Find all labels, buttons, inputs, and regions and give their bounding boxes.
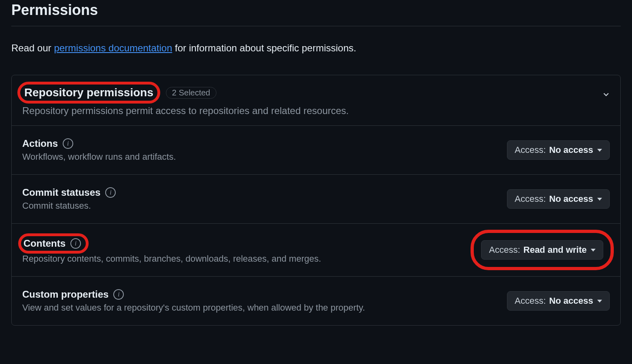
- permission-row-custom-properties: Custom properties i View and set values …: [12, 277, 620, 325]
- annotation-ring: Access: Read and write: [471, 230, 614, 270]
- access-value: Read and write: [524, 245, 587, 255]
- permission-row-commit-statuses: Commit statuses i Commit statuses. Acces…: [12, 175, 620, 224]
- permission-description: Commit statuses.: [22, 201, 116, 211]
- caret-down-icon: [597, 198, 602, 201]
- info-icon[interactable]: i: [113, 289, 124, 300]
- chevron-down-icon[interactable]: [602, 84, 610, 100]
- intro-text: Read our permissions documentation for i…: [11, 42, 621, 54]
- info-icon[interactable]: i: [63, 138, 73, 149]
- permission-description: View and set values for a repository's c…: [22, 303, 365, 313]
- info-icon[interactable]: i: [105, 187, 116, 198]
- permissions-doc-link[interactable]: permissions documentation: [54, 42, 172, 53]
- access-label: Access:: [515, 296, 546, 306]
- intro-prefix: Read our: [11, 42, 54, 53]
- permission-row-actions: Actions i Workflows, workflow runs and a…: [12, 126, 620, 175]
- access-dropdown-commit-statuses[interactable]: Access: No access: [507, 189, 610, 209]
- access-value: No access: [549, 296, 593, 306]
- caret-down-icon: [591, 249, 596, 252]
- access-label: Access:: [489, 245, 520, 255]
- permission-title: Custom properties: [22, 289, 108, 300]
- selected-count-badge: 2 Selected: [166, 87, 216, 99]
- access-value: No access: [549, 194, 593, 204]
- caret-down-icon: [597, 300, 602, 303]
- permission-title: Commit statuses: [22, 187, 100, 198]
- intro-suffix: for information about specific permissio…: [172, 42, 356, 53]
- info-icon[interactable]: i: [70, 238, 81, 249]
- permission-row-contents: Contents i Repository contents, commits,…: [12, 224, 620, 277]
- permission-description: Workflows, workflow runs and artifacts.: [22, 152, 176, 162]
- permission-description: Repository contents, commits, branches, …: [22, 254, 321, 264]
- section-subtitle: Repository permissions permit access to …: [22, 105, 349, 116]
- annotation-ring: Contents i: [18, 233, 89, 254]
- access-dropdown-custom-properties[interactable]: Access: No access: [507, 291, 610, 311]
- access-dropdown-contents[interactable]: Access: Read and write: [481, 240, 603, 260]
- caret-down-icon: [597, 149, 602, 152]
- panel-header[interactable]: Repository permissions 2 Selected Reposi…: [12, 75, 620, 126]
- repository-permissions-panel: Repository permissions 2 Selected Reposi…: [11, 75, 621, 326]
- permission-title: Actions: [22, 138, 58, 149]
- access-label: Access:: [515, 145, 546, 155]
- access-label: Access:: [515, 194, 546, 204]
- access-dropdown-actions[interactable]: Access: No access: [507, 140, 610, 160]
- permission-title: Contents: [23, 238, 66, 249]
- access-value: No access: [549, 145, 593, 155]
- section-title: Repository permissions: [24, 86, 153, 99]
- annotation-ring: Repository permissions: [17, 82, 160, 104]
- page-title: Permissions: [11, 2, 621, 26]
